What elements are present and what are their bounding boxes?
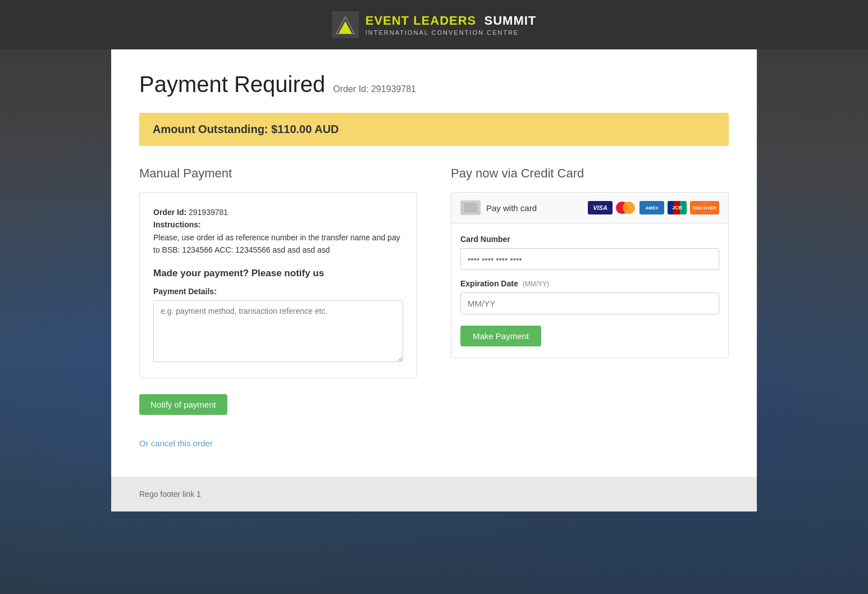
expiry-sub: (MM/YY): [523, 280, 549, 288]
amex-logo: AMEX: [639, 201, 664, 214]
page-title-row: Payment Required Order Id: 291939781: [139, 72, 729, 97]
card-logos: VISA AMEX JCB DISCOVER: [588, 201, 719, 214]
card-payment-box: Pay with card VISA AMEX: [451, 192, 729, 358]
card-header: Pay with card VISA AMEX: [451, 193, 728, 223]
instructions-key: Instructions:: [153, 220, 201, 229]
header: EVENT LEADERS SUMMIT INTERNATIONAL CONVE…: [0, 0, 868, 49]
two-col-layout: Manual Payment Order Id: 291939781 Instr…: [139, 166, 729, 449]
payment-details-textarea[interactable]: [153, 300, 403, 362]
main-content: Payment Required Order Id: 291939781 Amo…: [111, 49, 757, 477]
logo-title-part2: SUMMIT: [485, 13, 537, 28]
logo-icon: [332, 11, 359, 38]
logo-text: EVENT LEADERS SUMMIT INTERNATIONAL CONVE…: [366, 13, 537, 36]
expiry-input[interactable]: [460, 293, 719, 314]
amount-text: Amount Outstanding: $110.00 AUD: [153, 123, 339, 135]
jcb-logo: JCB: [668, 201, 687, 214]
credit-card-heading: Pay now via Credit Card: [451, 166, 729, 181]
payment-details-label: Payment Details:: [153, 287, 403, 296]
pay-with-card-text: Pay with card: [486, 203, 537, 213]
order-info-id: Order Id: 291939781: [153, 206, 403, 218]
order-info: Order Id: 291939781 Instructions: Please…: [153, 206, 403, 257]
notify-heading: Made your payment? Please notify us: [153, 268, 403, 279]
card-form: Card Number Expiration Date (MM/YY) Make…: [451, 223, 728, 358]
footer-link-1: Rego footer link 1: [139, 490, 201, 499]
cancel-order-link[interactable]: Or cancel this order: [139, 438, 213, 448]
visa-logo: VISA: [588, 201, 613, 214]
discover-logo: DISCOVER: [690, 201, 719, 214]
page-title: Payment Required: [139, 72, 325, 97]
card-number-input[interactable]: [460, 248, 719, 270]
order-id-key: Order Id:: [153, 208, 186, 217]
amount-banner: Amount Outstanding: $110.00 AUD: [139, 113, 729, 146]
manual-payment-box: Order Id: 291939781 Instructions: Please…: [139, 192, 417, 378]
logo-title-part1: EVENT LEADERS: [366, 13, 477, 28]
instructions-text: Please, use order id as reference number…: [153, 231, 403, 257]
manual-payment-section: Manual Payment Order Id: 291939781 Instr…: [139, 166, 417, 449]
logo: EVENT LEADERS SUMMIT INTERNATIONAL CONVE…: [332, 11, 537, 38]
order-id-label: Order Id: 291939781: [333, 84, 416, 94]
card-icon-label: Pay with card: [460, 200, 537, 215]
credit-card-section: Pay now via Credit Card Pay with card VI…: [451, 166, 729, 449]
logo-subtitle: INTERNATIONAL CONVENTION CENTRE: [366, 29, 537, 36]
order-id-value: 291939781: [189, 208, 228, 217]
make-payment-button[interactable]: Make Payment: [460, 326, 541, 346]
manual-payment-heading: Manual Payment: [139, 166, 417, 181]
notify-payment-button[interactable]: Notify of payment: [139, 394, 227, 415]
mastercard-logo: [616, 202, 636, 214]
expiry-label-row: Expiration Date (MM/YY): [460, 279, 719, 288]
card-chip-icon: [460, 200, 481, 215]
card-number-label: Card Number: [460, 235, 719, 244]
expiry-label: Expiration Date: [460, 279, 518, 288]
footer: Rego footer link 1: [111, 477, 757, 511]
order-info-instructions: Instructions:: [153, 218, 403, 231]
logo-title: EVENT LEADERS SUMMIT: [366, 13, 537, 28]
